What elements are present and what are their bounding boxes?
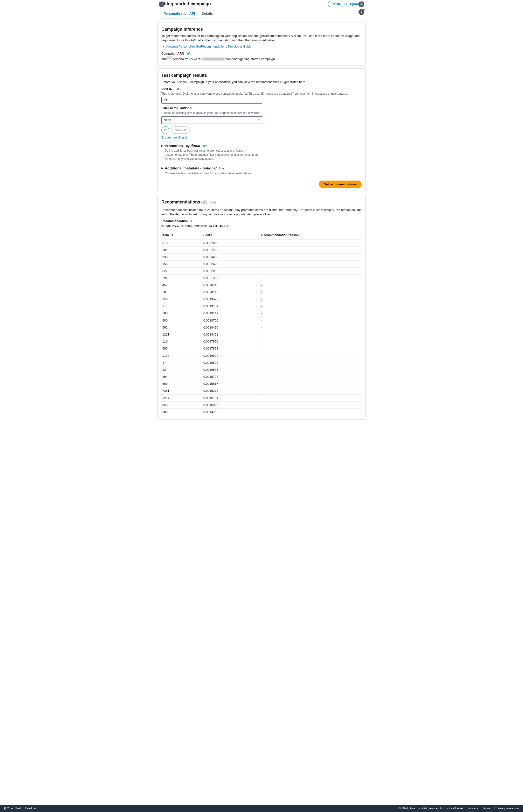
cell-item-id: 47 — [162, 360, 203, 365]
cell-item-id: 590 — [162, 347, 203, 351]
create-filter-link[interactable]: Create new filter — [161, 136, 184, 139]
cell-reason: - — [261, 339, 361, 344]
cell-score: 0.0015517 — [203, 382, 261, 386]
cell-item-id: 356 — [162, 262, 203, 266]
refresh-button[interactable]: ⟳ — [161, 126, 169, 134]
cell-reason: - — [261, 304, 361, 308]
table-row: 12140.0015191- — [161, 394, 362, 402]
get-recommendations-button[interactable]: Get recommendations — [319, 180, 362, 188]
cell-reason: - — [261, 396, 361, 400]
cell-score: 0.0017960 — [203, 339, 261, 344]
cell-item-id: 7361 — [162, 389, 203, 393]
inference-title: Campaign inference — [161, 26, 362, 32]
promotion-title: Promotion - optional — [165, 144, 200, 148]
cell-score: 0.0020146 — [203, 290, 261, 295]
table-row: 470.0016593- — [161, 359, 362, 366]
cell-reason: - — [261, 347, 361, 351]
cell-reason: - — [261, 332, 361, 337]
cell-item-id: 780 — [162, 311, 203, 316]
tab-personalization-api[interactable]: Personalization API — [160, 9, 198, 19]
table-row: 5920.0018420- — [161, 324, 362, 331]
col-item-id[interactable]: Item ID — [162, 233, 203, 237]
cell-score: 0.0022052 — [203, 269, 261, 273]
cell-item-id: 1214 — [162, 396, 203, 400]
metadata-info-link[interactable]: Info — [219, 167, 224, 170]
recommendations-info-link[interactable]: Info — [211, 200, 216, 205]
table-row: 5900.0017893- — [161, 345, 362, 352]
table-row: 3640.0015704- — [161, 373, 362, 380]
cell-item-id: 296 — [162, 276, 203, 280]
table-row: 5890.0027560- — [161, 246, 362, 253]
userid-info-link[interactable]: Info — [175, 87, 181, 90]
table-row: 73610.0015233- — [161, 387, 362, 394]
arn-value: arn:2:000000000000:personalize:us-west-2… — [161, 56, 362, 61]
cell-score: 0.0032059 — [203, 241, 261, 245]
cell-item-id: 592 — [162, 325, 203, 330]
table-row: 10.0019159- — [161, 303, 362, 310]
external-link-icon: ⧉ — [185, 136, 187, 139]
cell-item-id: 1 — [162, 304, 203, 308]
recommendations-count: (25) — [201, 199, 209, 205]
cell-reason: - — [261, 354, 361, 358]
userid-input[interactable] — [161, 97, 262, 104]
cell-reason: - — [261, 255, 361, 259]
table-row: 1500.0019477- — [161, 296, 362, 303]
cell-score: 0.0015233 — [203, 389, 261, 393]
tab-details[interactable]: Details — [198, 9, 216, 19]
test-title: Test campaign results — [161, 72, 362, 78]
cell-reason: - — [261, 248, 361, 252]
cell-score: 0.0015704 — [203, 375, 261, 379]
expand-metadata-icon[interactable]: ▶ — [161, 166, 163, 170]
cell-score: 0.0019159 — [203, 304, 261, 308]
menu-icon[interactable]: ☰ — [159, 1, 164, 7]
cell-reason: - — [261, 375, 361, 379]
cell-score: 0.0018401 — [203, 332, 261, 337]
cell-score: 0.0019477 — [203, 297, 261, 301]
cell-item-id: 32 — [162, 368, 203, 372]
cell-item-id: 608 — [162, 410, 203, 414]
arn-info-link[interactable]: Info — [186, 52, 191, 55]
delete-button[interactable]: Delete — [328, 1, 344, 7]
cell-item-id: 110 — [162, 339, 203, 344]
table-row: 5000.0015517- — [161, 380, 362, 387]
cell-item-id: 364 — [162, 375, 203, 379]
cell-score: 0.0019149 — [203, 311, 261, 316]
cell-item-id: 500 — [162, 382, 203, 386]
table-row: 2960.0021353- — [161, 275, 362, 281]
cell-item-id: 318 — [162, 241, 203, 245]
cell-reason: - — [261, 360, 361, 365]
cell-item-id: 858 — [162, 403, 203, 407]
table-row: 7800.0019149- — [161, 310, 362, 317]
userid-desc: This is the user ID of the user you want… — [161, 92, 362, 96]
cell-score: 0.0016585 — [203, 368, 261, 372]
table-row: 12210.0018401- — [161, 331, 362, 338]
copy-icon[interactable]: ⧉ — [161, 224, 164, 228]
view-button[interactable]: View ⧉ — [171, 126, 190, 134]
filter-select[interactable]: None ▼ — [161, 116, 262, 124]
cell-reason: - — [261, 318, 361, 323]
cell-item-id: 150 — [162, 297, 203, 301]
cell-reason: - — [261, 382, 361, 386]
cell-reason: - — [261, 262, 361, 266]
dev-guide-link[interactable]: Amazon Personalize GetRecommendations De… — [166, 45, 251, 48]
rid-value: RID-35-402c-ba0b-5fb86a83f81a-CID-4598c7 — [166, 224, 230, 228]
recommendations-title: Recommendations — [161, 199, 200, 205]
col-score[interactable]: Score — [203, 233, 261, 237]
table-row: 5930.0023468- — [161, 253, 362, 261]
expand-promotion-icon[interactable]: ▶ — [161, 144, 163, 147]
cell-score: 0.0018420 — [203, 325, 261, 330]
cell-score: 0.0018700 — [203, 318, 261, 323]
cell-item-id: 593 — [162, 255, 203, 259]
table-row: 320.0016585- — [161, 366, 362, 373]
cell-reason: - — [261, 241, 361, 245]
col-reason[interactable]: Recommendation reason — [261, 233, 361, 237]
cell-score: 0.0017893 — [203, 347, 261, 351]
metadata-title: Additional metadata - optional — [165, 166, 217, 170]
promotion-info-link[interactable]: Info — [202, 144, 207, 148]
help-icon[interactable]: ◎ — [359, 1, 364, 7]
promotion-desc: Define additional business rules to prom… — [165, 149, 261, 161]
notifications-icon[interactable]: ▲ — [359, 9, 364, 15]
rid-label: Recommendation ID — [161, 219, 362, 223]
cell-reason: - — [261, 290, 361, 295]
table-row: 5270.0022052- — [161, 267, 362, 275]
